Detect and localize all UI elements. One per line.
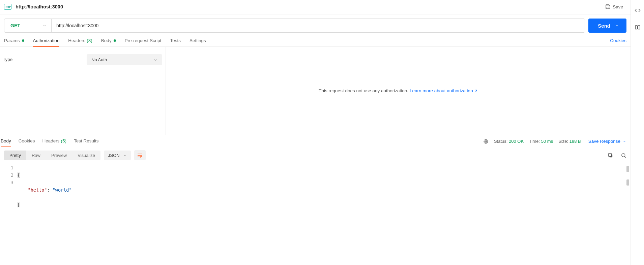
code-token: }	[17, 202, 20, 207]
scrollbar-thumb[interactable]	[626, 179, 629, 186]
format-select[interactable]: JSON	[104, 151, 131, 160]
search-response-button[interactable]	[621, 153, 626, 158]
auth-type-value: No Auth	[91, 57, 107, 62]
tab-params[interactable]: Params	[4, 38, 24, 46]
resp-tab-headers[interactable]: Headers (5)	[42, 138, 67, 147]
time-label: Time:	[529, 139, 540, 144]
size-value: 188 B	[569, 139, 581, 144]
scrollbar-thumb[interactable]	[626, 166, 629, 172]
svg-line-8	[624, 156, 626, 158]
response-tabs: Body Cookies Headers (5) Test Results	[1, 138, 99, 147]
copy-response-button[interactable]	[608, 153, 613, 158]
auth-message: This request does not use any authorizat…	[319, 88, 408, 93]
panel-icon	[635, 25, 641, 31]
status-label: Status:	[494, 139, 507, 144]
resp-tab-body-label: Body	[1, 138, 11, 143]
resp-tab-cookies-label: Cookies	[19, 138, 35, 143]
auth-learn-more-label: Learn more about authorization	[410, 88, 473, 93]
chevron-down-icon	[123, 154, 127, 157]
response-body-code[interactable]: 1 2 3 { "hello": "world" }	[0, 163, 631, 265]
svg-line-0	[475, 90, 477, 92]
chevron-down-icon	[153, 58, 157, 62]
body-dot-icon	[114, 39, 116, 42]
send-button[interactable]: Send	[588, 19, 626, 33]
chevron-down-icon	[42, 24, 47, 28]
url-input[interactable]	[52, 19, 585, 32]
code-snippet-button[interactable]	[635, 7, 641, 14]
resp-tab-cookies[interactable]: Cookies	[19, 138, 35, 147]
external-link-icon	[474, 89, 478, 93]
size-label: Size:	[558, 139, 568, 144]
request-tabs: Params Authorization Headers (8) Body Pr…	[0, 33, 631, 47]
resp-tab-body[interactable]: Body	[1, 138, 11, 147]
view-pretty[interactable]: Pretty	[4, 151, 26, 160]
auth-type-select[interactable]: No Auth	[87, 54, 162, 65]
titlebar: HTTP http://localhost:3000 Save	[0, 0, 631, 14]
tab-settings-label: Settings	[189, 38, 206, 43]
globe-icon[interactable]	[483, 139, 489, 144]
line-number: 3	[0, 179, 13, 186]
status-group: Status: 200 OK	[494, 139, 524, 144]
tab-headers-label: Headers	[68, 38, 85, 43]
panel-toggle-button[interactable]	[635, 25, 641, 32]
chevron-down-icon	[622, 139, 626, 143]
wrap-lines-button[interactable]	[134, 150, 146, 160]
status-value: 200 OK	[509, 139, 524, 144]
time-value: 50 ms	[541, 139, 553, 144]
tab-authorization[interactable]: Authorization	[33, 38, 60, 46]
auth-message-area: This request does not use any authorizat…	[166, 47, 631, 135]
cookies-link[interactable]: Cookies	[610, 38, 626, 46]
view-toolbar: Pretty Raw Preview Visualize JSON	[0, 147, 631, 163]
auth-learn-more-link[interactable]: Learn more about authorization	[410, 88, 478, 93]
tab-body[interactable]: Body	[101, 38, 116, 46]
code-token: "world"	[53, 187, 72, 193]
save-response-button[interactable]: Save Response	[588, 139, 626, 144]
svg-point-7	[622, 153, 625, 157]
response-meta: Status: 200 OK Time: 50 ms Size: 188 B S…	[483, 139, 626, 147]
tab-authorization-label: Authorization	[33, 38, 60, 43]
time-group: Time: 50 ms	[529, 139, 553, 144]
tab-params-label: Params	[4, 38, 20, 43]
code-content: { "hello": "world" }	[17, 164, 631, 265]
auth-type-label: Type	[3, 54, 87, 62]
tab-tests-label: Tests	[170, 38, 181, 43]
http-method-badge: HTTP	[4, 4, 11, 10]
tab-body-label: Body	[101, 38, 112, 43]
request-row: GET Send	[0, 14, 631, 33]
copy-icon	[608, 153, 613, 158]
right-rail	[631, 0, 644, 265]
authorization-panel: Type No Auth This request does not use a…	[0, 47, 631, 135]
send-label: Send	[598, 23, 610, 29]
line-gutter: 1 2 3	[0, 164, 17, 265]
tab-headers[interactable]: Headers (8)	[68, 38, 92, 46]
request-title: http://localhost:3000	[16, 4, 603, 9]
size-group: Size: 188 B	[558, 139, 581, 144]
code-token: "hello"	[28, 187, 47, 193]
resp-tab-headers-count: (5)	[61, 138, 67, 143]
save-label: Save	[613, 4, 623, 9]
save-response-label: Save Response	[588, 139, 620, 144]
resp-tab-testresults[interactable]: Test Results	[74, 138, 99, 147]
chevron-down-icon[interactable]	[615, 24, 619, 28]
http-method-value: GET	[10, 23, 20, 28]
view-visualize[interactable]: Visualize	[72, 151, 100, 160]
code-token: :	[47, 187, 50, 193]
view-preview[interactable]: Preview	[46, 151, 72, 160]
tab-settings[interactable]: Settings	[189, 38, 206, 46]
resp-tab-headers-label: Headers	[42, 138, 60, 143]
search-icon	[621, 153, 626, 158]
save-button[interactable]: Save	[603, 3, 626, 11]
tab-tests[interactable]: Tests	[170, 38, 181, 46]
params-dot-icon	[22, 39, 24, 42]
svg-rect-10	[638, 26, 640, 29]
http-method-select[interactable]: GET	[4, 19, 52, 32]
view-raw[interactable]: Raw	[26, 151, 46, 160]
tab-prerequest[interactable]: Pre-request Script	[125, 38, 162, 46]
response-header: Body Cookies Headers (5) Test Results St…	[0, 135, 631, 147]
tab-headers-count: (8)	[87, 38, 92, 43]
auth-left: Type No Auth	[0, 47, 166, 135]
format-value: JSON	[108, 153, 120, 158]
wrap-icon	[137, 153, 143, 158]
line-number: 2	[0, 171, 13, 179]
svg-rect-9	[635, 26, 637, 29]
